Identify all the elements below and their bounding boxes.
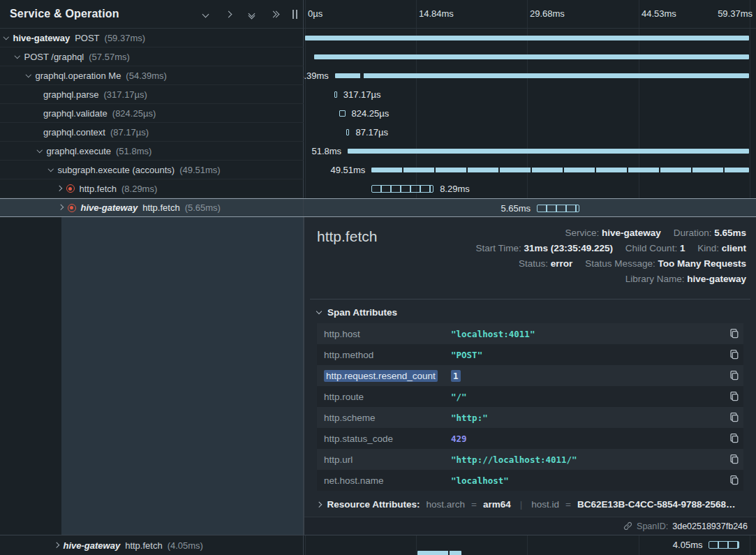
copy-icon[interactable] bbox=[729, 370, 739, 383]
meta-label: Status Message: bbox=[585, 258, 655, 269]
chevron-down-icon bbox=[316, 309, 322, 314]
tree-row[interactable]: http.fetch (8.29ms) 8.29ms bbox=[0, 179, 756, 198]
timeline-cell[interactable]: 87.17µs bbox=[304, 123, 756, 142]
attribute-key: http.scheme bbox=[324, 413, 451, 423]
timeline-cell[interactable]: 49.51ms bbox=[304, 161, 756, 179]
bar-duration-label: 87.17µs bbox=[355, 123, 388, 142]
attribute-row[interactable]: http.method "POST" bbox=[317, 344, 743, 365]
tree-row[interactable]: hive-gateway http.fetch (4.05ms) 4.05ms bbox=[0, 535, 756, 555]
attribute-row[interactable]: http.status_code 429 bbox=[317, 428, 743, 449]
span-duration: (59.37ms) bbox=[105, 33, 146, 43]
attribute-row[interactable]: http.scheme "http:" bbox=[317, 407, 743, 428]
chevron-right-icon[interactable] bbox=[58, 205, 64, 210]
span-bar[interactable] bbox=[371, 185, 433, 193]
span-bar[interactable] bbox=[346, 129, 349, 135]
span-bar[interactable] bbox=[305, 36, 749, 40]
meta-value: error bbox=[551, 258, 573, 269]
span-duration: (87.17µs) bbox=[110, 127, 149, 138]
attribute-row[interactable]: http.route "/" bbox=[317, 386, 743, 407]
copy-icon[interactable] bbox=[729, 454, 739, 466]
tree-row[interactable]: graphql.validate (824.25µs) 824.25µs bbox=[0, 104, 756, 123]
timeline-cell[interactable]: 4.05ms bbox=[304, 535, 756, 555]
timeline-cell[interactable] bbox=[304, 29, 756, 47]
chevron-down-icon[interactable] bbox=[200, 9, 210, 20]
timeline-cell[interactable]: 8.29ms bbox=[304, 179, 756, 198]
bar-duration-label: 5.65ms bbox=[501, 199, 531, 216]
resource-value: BC62E13B-C4CC-5854-9788-2568… bbox=[577, 499, 736, 510]
copy-icon[interactable] bbox=[729, 412, 739, 424]
timeline-cell[interactable]: 54.39ms bbox=[304, 66, 756, 85]
span-name: graphql.context bbox=[43, 127, 105, 138]
span-duration: (317.17µs) bbox=[104, 89, 147, 100]
copy-icon[interactable] bbox=[729, 433, 739, 445]
attribute-row[interactable]: net.host.name "localhost" bbox=[317, 470, 743, 491]
timeline-cell[interactable]: 5.65ms bbox=[304, 199, 756, 216]
link-icon[interactable] bbox=[623, 521, 632, 531]
span-attributes-table: http.host "localhost:4011" http.method "… bbox=[317, 323, 743, 491]
attribute-row[interactable]: http.host "localhost:4011" bbox=[317, 323, 743, 344]
tree-row[interactable]: graphql.parse (317.17µs) 317.17µs bbox=[0, 85, 756, 104]
span-duration: (54.39ms) bbox=[126, 71, 167, 81]
bar-duration-label: 8.29ms bbox=[440, 179, 470, 198]
double-chevron-right-icon[interactable] bbox=[269, 9, 279, 20]
tree-row[interactable]: graphql.operation Me (54.39ms) 54.39ms bbox=[0, 66, 756, 85]
meta-value: 1 bbox=[680, 243, 685, 253]
separator: | bbox=[520, 499, 523, 510]
bar-duration-label: 54.39ms bbox=[304, 66, 329, 85]
span-bar[interactable] bbox=[314, 54, 749, 59]
resource-key: host.arch bbox=[427, 499, 466, 510]
span-attributes-toggle[interactable]: Span Attributes bbox=[317, 307, 397, 318]
expanded-zone: http.fetch Service: hive-gateway Duratio… bbox=[0, 217, 756, 535]
resource-value: arm64 bbox=[483, 499, 511, 510]
span-bar[interactable] bbox=[339, 110, 346, 117]
span-name: graphql.operation Me bbox=[36, 71, 121, 81]
panel-resize-handle-icon[interactable] bbox=[292, 10, 297, 19]
service-name: hive-gateway bbox=[13, 33, 71, 43]
chevron-down-icon[interactable] bbox=[3, 34, 9, 40]
span-bar[interactable] bbox=[709, 541, 739, 549]
ruler-tick: 44.53ms bbox=[642, 8, 676, 19]
span-bar[interactable] bbox=[348, 149, 749, 154]
chevron-right-icon bbox=[316, 502, 322, 508]
meta-label: Status: bbox=[519, 258, 548, 269]
tree-row[interactable]: POST /graphql (57.57ms) bbox=[0, 47, 756, 66]
span-name: POST bbox=[75, 33, 99, 43]
tree-row[interactable]: graphql.execute (51.8ms) 51.8ms bbox=[0, 142, 756, 161]
span-bar[interactable] bbox=[335, 73, 749, 78]
chevron-right-icon[interactable] bbox=[223, 9, 233, 20]
timeline-cell[interactable] bbox=[304, 47, 756, 66]
chevron-down-icon[interactable] bbox=[26, 72, 31, 77]
timeline-cell[interactable]: 824.25µs bbox=[304, 104, 756, 123]
detail-footer: SpanID: 3de02518937fb246 bbox=[304, 517, 756, 535]
trace-viewer: Service & Operation 0µs 14.84ms 29.68ms … bbox=[0, 0, 756, 555]
chevron-down-icon[interactable] bbox=[48, 166, 54, 172]
span-duration: (4.05ms) bbox=[168, 540, 203, 551]
chevron-down-icon[interactable] bbox=[37, 147, 43, 153]
span-bar[interactable] bbox=[371, 168, 749, 172]
timeline-cell[interactable]: 317.17µs bbox=[304, 85, 756, 104]
chevron-right-icon[interactable] bbox=[54, 542, 59, 548]
span-bar[interactable] bbox=[537, 205, 579, 212]
chevron-down-icon[interactable] bbox=[15, 53, 20, 59]
meta-label: Service: bbox=[565, 228, 600, 238]
meta-value: 31ms (23:35:49.225) bbox=[524, 243, 613, 253]
tree-row[interactable]: subgraph.execute (accounts) (49.51ms) 49… bbox=[0, 161, 756, 179]
resource-attributes-toggle[interactable]: Resource Attributes: host.arch = arm64 |… bbox=[317, 499, 736, 510]
attribute-value: "/" bbox=[451, 392, 467, 402]
timeline-cell[interactable]: 51.8ms bbox=[304, 142, 756, 161]
copy-icon[interactable] bbox=[729, 391, 739, 404]
attribute-row[interactable]: http.url "http://localhost:4011/" bbox=[317, 449, 743, 470]
partial-span-bar[interactable] bbox=[417, 551, 461, 555]
copy-icon[interactable] bbox=[729, 328, 739, 341]
chevron-right-icon[interactable] bbox=[57, 186, 62, 191]
tree-row[interactable]: hive-gateway POST (59.37ms) bbox=[0, 29, 756, 47]
tree-row-selected[interactable]: hive-gateway http.fetch (5.65ms) 5.65ms bbox=[0, 198, 756, 217]
attribute-row[interactable]: http.request.resend_count 1 bbox=[317, 365, 743, 386]
copy-icon[interactable] bbox=[729, 475, 739, 487]
copy-icon[interactable] bbox=[729, 349, 739, 362]
tree-row[interactable]: graphql.context (87.17µs) 87.17µs bbox=[0, 123, 756, 142]
double-chevron-down-icon[interactable] bbox=[246, 9, 256, 20]
span-bar[interactable] bbox=[334, 91, 337, 98]
meta-label: Duration: bbox=[674, 228, 712, 238]
attribute-key: http.status_code bbox=[324, 434, 451, 444]
